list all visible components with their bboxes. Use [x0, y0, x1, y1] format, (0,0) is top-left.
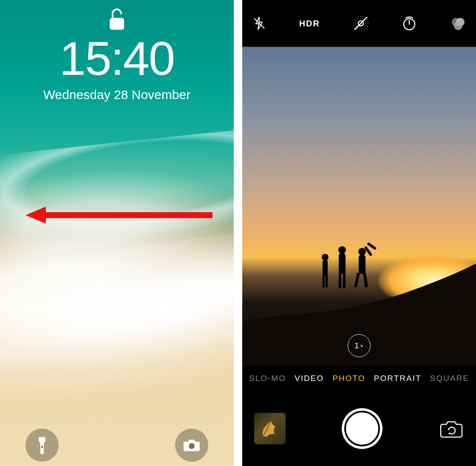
flashlight-button[interactable] [26, 429, 59, 462]
svg-rect-15 [323, 276, 325, 287]
zoom-suffix: × [360, 343, 364, 349]
svg-point-12 [454, 22, 462, 30]
svg-rect-23 [354, 273, 360, 287]
camera-top-bar: HDR [242, 0, 476, 47]
svg-rect-18 [339, 253, 346, 274]
svg-rect-22 [359, 255, 366, 274]
camera-bottom-bar [242, 391, 476, 466]
swipe-left-annotation [26, 207, 212, 224]
svg-point-21 [358, 248, 366, 256]
camera-viewfinder[interactable]: 1× [242, 47, 476, 366]
svg-rect-20 [343, 273, 346, 288]
shutter-button[interactable] [342, 408, 382, 449]
svg-rect-14 [323, 260, 328, 276]
svg-rect-1 [41, 446, 43, 448]
camera-button[interactable] [175, 429, 208, 462]
switch-camera-button[interactable] [439, 418, 464, 439]
filters-icon[interactable] [450, 15, 467, 32]
svg-rect-19 [339, 273, 341, 288]
last-photo-thumbnail[interactable] [254, 413, 286, 444]
hdr-toggle[interactable]: HDR [299, 19, 320, 28]
mode-video[interactable]: VIDEO [295, 374, 324, 383]
lockscreen[interactable]: 15:40 Wednesday 28 November [0, 0, 234, 466]
unlock-icon [107, 8, 127, 31]
mode-photo[interactable]: PHOTO [332, 374, 365, 383]
lock-time: 15:40 [0, 35, 234, 82]
zoom-button[interactable]: 1× [348, 334, 371, 357]
lock-date: Wednesday 28 November [0, 88, 234, 102]
camera-app: HDR 1× SLO-MO [242, 0, 476, 466]
flash-off-icon[interactable] [252, 16, 267, 31]
svg-point-13 [322, 254, 329, 261]
people-silhouette [314, 234, 378, 298]
svg-rect-16 [326, 276, 328, 287]
zoom-value: 1 [354, 341, 359, 350]
svg-line-7 [354, 17, 367, 30]
svg-point-2 [189, 443, 195, 449]
timer-icon[interactable] [401, 15, 417, 31]
svg-point-17 [338, 246, 346, 254]
svg-rect-0 [110, 18, 124, 30]
camera-mode-strip[interactable]: SLO-MO VIDEO PHOTO PORTRAIT SQUARE [242, 366, 476, 391]
mode-portrait[interactable]: PORTRAIT [374, 374, 422, 383]
svg-rect-24 [363, 273, 368, 288]
svg-rect-26 [367, 242, 377, 250]
mode-slomo[interactable]: SLO-MO [249, 374, 286, 383]
mode-square[interactable]: SQUARE [430, 374, 469, 383]
live-photo-off-icon[interactable] [352, 15, 369, 32]
